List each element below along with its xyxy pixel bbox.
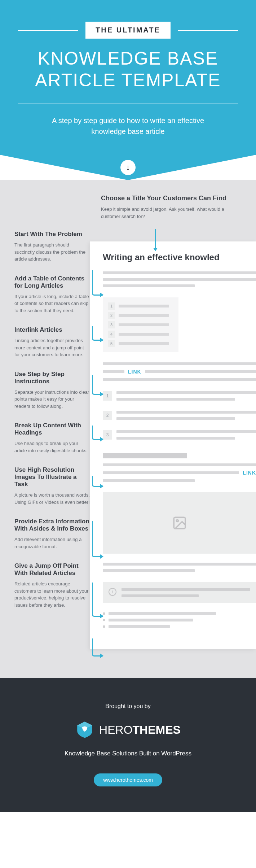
- tip-description: A picture is worth a thousand words. Usi…: [14, 492, 90, 506]
- rule-line: [18, 30, 78, 31]
- text-line: [145, 370, 256, 373]
- svg-point-1: [176, 520, 178, 522]
- bullet-icon: [103, 619, 105, 621]
- arrow-connector-icon: [92, 583, 103, 617]
- preview-link: LINK: [243, 470, 256, 476]
- text-line: [116, 391, 256, 394]
- info-icon: i: [109, 588, 116, 596]
- arrow-connector-icon: [92, 326, 103, 341]
- step-number: 2: [103, 411, 112, 420]
- link-row: LINK: [103, 470, 256, 476]
- preview-paragraph: [103, 563, 256, 572]
- related-item: [103, 612, 256, 615]
- tip-heading: Start With The Problem: [14, 231, 90, 238]
- toc-number: 1: [108, 302, 115, 310]
- toc-number: 4: [108, 331, 115, 338]
- subtitle: A step by step guide to how to write an …: [38, 115, 218, 137]
- article-preview: Writing an effective knowled 1 2 3 4 5 L…: [90, 241, 256, 649]
- tip-heading: Use Step by Step Instructions: [14, 371, 90, 385]
- text-line: [103, 563, 256, 566]
- tip-description: Related articles encourage customers to …: [14, 580, 90, 609]
- text-line: [119, 333, 169, 336]
- text-line: [109, 619, 193, 621]
- preview-link-section: LINK: [103, 362, 256, 381]
- link-row: LINK: [103, 369, 256, 375]
- logo-text: HEROTHEMES: [99, 723, 181, 737]
- toc-item: 1: [108, 302, 173, 310]
- content-row: Start With The Problem The first paragra…: [0, 231, 256, 649]
- tip-heading: Use High Resolution Images To Illustrate…: [14, 466, 90, 488]
- tip-heading: Add a Table of Contents for Long Article…: [14, 275, 90, 289]
- tip-description: Add relevent information using a recogni…: [14, 536, 90, 550]
- toc-item: 5: [108, 340, 173, 347]
- text-line: [103, 278, 256, 281]
- text-line: [116, 437, 235, 440]
- tip-title-choice: Choose a Title Your Customers Can Find K…: [101, 195, 256, 220]
- arrow-connector-icon: [92, 638, 103, 657]
- related-item: [103, 619, 256, 621]
- toc-item: 2: [108, 312, 173, 319]
- tip-heading: Provide Extra Information With Asides & …: [14, 518, 90, 532]
- rule-line: [178, 30, 238, 31]
- info-box: i: [103, 582, 256, 603]
- preview-toc: 1 2 3 4 5: [103, 297, 178, 352]
- step-item: 1: [103, 391, 256, 404]
- toc-item: 4: [108, 331, 173, 338]
- text-line: [109, 612, 216, 615]
- tips-column: Start With The Problem The first paragra…: [14, 231, 90, 621]
- footer-brought-by: Brought to you by: [14, 703, 242, 710]
- step-item: 3: [103, 430, 256, 443]
- bullet-icon: [103, 625, 105, 628]
- toc-number: 5: [108, 340, 115, 347]
- preview-link: LINK: [128, 369, 141, 375]
- step-number: 3: [103, 430, 112, 440]
- hero-section: THE ULTIMATE KNOWLEDGE BASE ARTICLE TEMP…: [0, 0, 256, 155]
- tip-asides: Provide Extra Information With Asides & …: [14, 518, 90, 550]
- tip-description: The first paragraph should succinctly di…: [14, 241, 90, 263]
- text-line: [103, 471, 239, 474]
- toc-number: 2: [108, 312, 115, 319]
- arrow-connector-icon: [92, 375, 103, 395]
- tip-heading: Break Up Content With Headings: [14, 422, 90, 436]
- footer-url-link[interactable]: www.herothemes.com: [94, 773, 162, 786]
- text-line: [103, 271, 256, 274]
- text-line: [109, 625, 170, 628]
- tip-headings: Break Up Content With Headings Use headi…: [14, 422, 90, 454]
- tip-description: Separate your instructions into clear po…: [14, 389, 90, 410]
- text-line: [103, 479, 195, 482]
- rule-with-badge: THE ULTIMATE: [18, 22, 238, 39]
- text-line: [119, 314, 169, 317]
- toc-item: 3: [108, 321, 173, 328]
- arrow-connector-icon: [92, 426, 103, 440]
- tip-toc: Add a Table of Contents for Long Article…: [14, 275, 90, 314]
- tip-heading: Interlink Articles: [14, 326, 90, 333]
- preview-steps: 1 2 3: [103, 391, 256, 443]
- image-placeholder: [103, 492, 256, 554]
- text-line: [119, 342, 169, 345]
- text-line: [122, 588, 250, 591]
- step-number: 1: [103, 391, 112, 401]
- image-icon: [172, 515, 187, 531]
- footer-tagline: Knowledge Base Solutions Built on WordPr…: [14, 750, 242, 757]
- text-line: [103, 378, 256, 381]
- text-line: [116, 398, 235, 401]
- logo-icon: [75, 720, 94, 739]
- tip-heading: Give a Jump Off Point With Related Artic…: [14, 562, 90, 577]
- text-line: [103, 284, 195, 287]
- text-line: [116, 417, 235, 420]
- text-line: [122, 594, 199, 597]
- tip-problem: Start With The Problem The first paragra…: [14, 231, 90, 263]
- tip-images: Use High Resolution Images To Illustrate…: [14, 466, 90, 506]
- preview-subheading-section: LINK: [103, 453, 256, 482]
- text-line: [119, 323, 169, 326]
- text-line: [116, 430, 256, 433]
- subheading-bar: [103, 453, 187, 458]
- down-arrow-icon: ↓: [120, 160, 136, 175]
- arrow-connector-icon: [92, 270, 103, 296]
- text-line: [116, 411, 256, 414]
- footer: Brought to you by HEROTHEMES Knowledge B…: [0, 678, 256, 812]
- tip-description: Linking articles together provides more …: [14, 337, 90, 358]
- tip-steps: Use Step by Step Instructions Separate y…: [14, 371, 90, 410]
- text-line: [119, 305, 169, 307]
- divider: [18, 104, 238, 104]
